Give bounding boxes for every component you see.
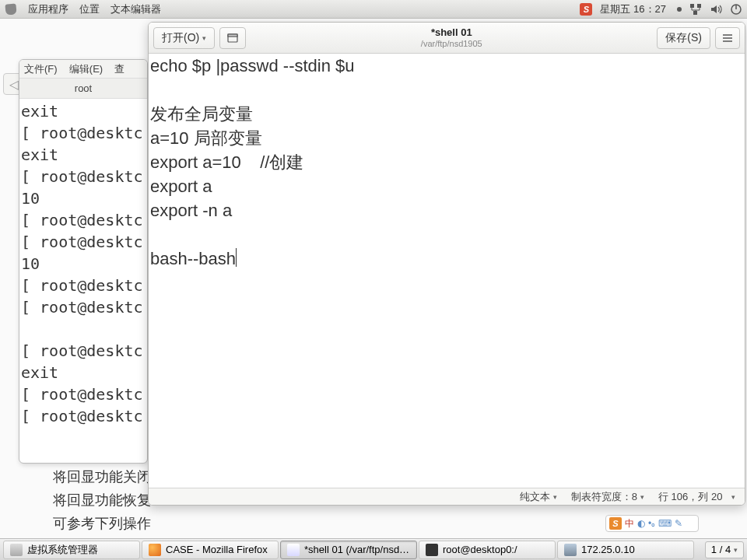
task-label: 172.25.0.10 xyxy=(581,544,635,555)
bg-line-1: 将回显功能关闭 xyxy=(53,465,151,488)
editor-title: *shell 01 xyxy=(431,27,472,38)
clock-label[interactable]: 星期五 16：27 xyxy=(600,2,666,16)
chevron-down-icon: ▾ xyxy=(734,546,738,554)
terminal-tab[interactable]: root xyxy=(75,82,92,94)
menu-edit[interactable]: 编辑(E) xyxy=(69,62,103,76)
task-label: *shell 01 (/var/ftp/nsd… xyxy=(304,544,409,555)
gnome-icon xyxy=(5,3,17,16)
virt-manager-icon xyxy=(10,544,23,556)
task-virt-manager[interactable]: 虚拟系统管理器 xyxy=(3,541,140,559)
ime-punct-icon[interactable]: •ₒ xyxy=(648,518,655,529)
save-button[interactable]: 保存(S) xyxy=(657,27,710,49)
menu-file[interactable]: 文件(F) xyxy=(24,62,58,76)
chevron-down-icon: ▾ xyxy=(640,493,644,501)
ime-moon-icon[interactable]: ◐ xyxy=(637,518,645,529)
ime-sogou-icon[interactable]: S xyxy=(580,3,592,16)
svg-rect-6 xyxy=(228,34,237,37)
open-button-label: 打开(O) xyxy=(162,31,199,45)
chevron-down-icon: ▾ xyxy=(202,34,206,42)
terminal-window[interactable]: 文件(F) 编辑(E) 查 root exit [ root@desktc ex… xyxy=(19,59,148,464)
power-icon[interactable] xyxy=(730,3,742,16)
workspace-label: 1 / 4 xyxy=(711,544,731,555)
terminal-content[interactable]: exit [ root@desktc exit [ root@desktc 10… xyxy=(19,99,147,429)
menu-view[interactable]: 查 xyxy=(114,62,124,76)
hamburger-icon xyxy=(722,33,733,44)
workspace-switcher[interactable]: 1 / 4 ▾ xyxy=(705,541,744,558)
new-tab-button[interactable] xyxy=(219,27,246,49)
app-menu[interactable]: 应用程序 xyxy=(28,2,68,16)
active-app-label[interactable]: 文本编辑器 xyxy=(110,2,161,16)
volume-icon[interactable] xyxy=(710,3,722,16)
text-cursor xyxy=(236,248,237,267)
chevron-down-icon: ▾ xyxy=(553,493,557,501)
editor-statusbar: 纯文本 ▾ 制表符宽度：8 ▾ 行 106，列 20 ▾ xyxy=(149,488,745,505)
task-gedit[interactable]: *shell 01 (/var/ftp/nsd… xyxy=(280,541,417,559)
task-remote[interactable]: 172.25.0.10 xyxy=(557,541,694,559)
svg-rect-0 xyxy=(690,4,694,8)
terminal-icon xyxy=(426,544,438,556)
new-document-icon xyxy=(226,32,239,44)
back-arrow-icon: ◁ xyxy=(9,77,19,92)
status-tabwidth[interactable]: 制表符宽度：8 ▾ xyxy=(571,490,644,504)
desktop-area: ◁ 文件(F) 编辑(E) 查 root exit [ root@desktc … xyxy=(0,19,747,538)
text-editor-window[interactable]: 打开(O) ▾ *shell 01 /var/ftp/nsd1905 保存(S)… xyxy=(148,22,745,506)
bg-line-3: 可参考下列操作 xyxy=(53,512,151,535)
task-label: CASE - Mozilla Firefox xyxy=(166,544,268,555)
places-menu[interactable]: 位置 xyxy=(79,2,100,16)
chevron-down-icon: ▾ xyxy=(731,493,735,501)
task-label: 虚拟系统管理器 xyxy=(27,543,98,557)
task-firefox[interactable]: CASE - Mozilla Firefox xyxy=(142,541,279,559)
save-button-label: 保存(S) xyxy=(665,31,702,45)
ime-keyboard-icon[interactable]: ⌨ xyxy=(658,518,672,529)
status-cursor-pos: 行 106，列 20 ▾ xyxy=(658,490,735,504)
editor-subtitle: /var/ftp/nsd1905 xyxy=(421,39,482,48)
svg-rect-1 xyxy=(697,4,701,8)
editor-headerbar: 打开(O) ▾ *shell 01 /var/ftp/nsd1905 保存(S) xyxy=(149,23,745,54)
monitor-icon xyxy=(564,544,577,556)
background-document-text: 将回显功能关闭 将回显功能恢复 可参考下列操作 xyxy=(53,465,151,535)
menu-button[interactable] xyxy=(715,27,740,49)
bg-line-2: 将回显功能恢复 xyxy=(53,488,151,512)
taskbar: 虚拟系统管理器 CASE - Mozilla Firefox *shell 01… xyxy=(0,538,747,560)
gedit-icon xyxy=(287,544,300,556)
task-terminal[interactable]: root@desktop0:/ xyxy=(419,541,556,559)
status-syntax[interactable]: 纯文本 ▾ xyxy=(520,490,557,504)
ime-toolbar[interactable]: S 中 ◐ •ₒ ⌨ ✎ xyxy=(605,515,699,532)
editor-text-area[interactable]: echo $p |passwd --stdin $u 发布全局变量 a=10 局… xyxy=(149,54,745,488)
task-label: root@desktop0:/ xyxy=(443,544,517,555)
firefox-icon xyxy=(149,544,161,556)
ime-mode-label[interactable]: 中 xyxy=(625,517,634,530)
ime-sogou-icon: S xyxy=(609,517,622,530)
open-button[interactable]: 打开(O) ▾ xyxy=(153,27,215,49)
clock-dot-icon xyxy=(677,7,682,12)
ime-settings-icon[interactable]: ✎ xyxy=(675,518,682,529)
network-icon[interactable] xyxy=(689,3,702,16)
top-panel: 应用程序 位置 文本编辑器 S 星期五 16：27 xyxy=(0,0,747,19)
